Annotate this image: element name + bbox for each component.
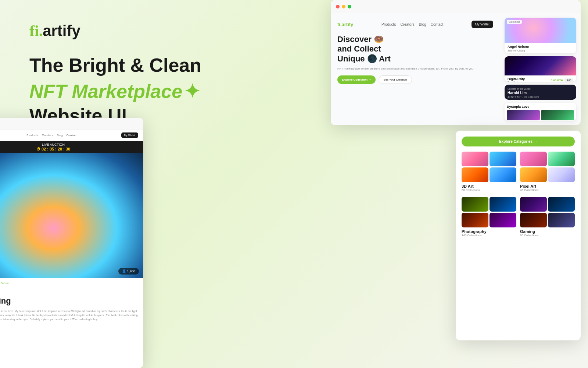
photography-img-4 xyxy=(490,213,516,227)
mockup-categories-page: Explore Categories → 3D Art 50 Collectio… xyxy=(456,131,581,340)
angel-reborn-card: Collection Angel Reborn Jennifer Chung 0… xyxy=(505,18,576,53)
category-row-2: Photography 140 Collections Gaming 90 Co… xyxy=(462,197,575,237)
3d-art-img-2 xyxy=(490,152,516,166)
mockup1-subtext: NFT marketplace where creators can showc… xyxy=(337,67,493,71)
logo-fi: fi. xyxy=(29,22,43,40)
headline-italic: NFT Marketplace xyxy=(29,81,182,102)
gaming-count: 90 Collections xyxy=(520,234,575,237)
3d-art-img-3 xyxy=(462,167,488,182)
pixel-art-img-2 xyxy=(548,152,575,166)
dystopia-img-1 xyxy=(507,110,540,120)
mockup1-content: fi.artify Products Creators Blog Contact… xyxy=(331,13,581,125)
digital-city-card: Digital City Rex Hartmann 0.60 ETH BID xyxy=(505,56,576,82)
digital-city-title: Digital City xyxy=(508,77,525,81)
angel-reborn-info: Angel Reborn Jennifer Chung 01 : 08 : 25… xyxy=(505,43,576,53)
photography-images xyxy=(462,197,516,227)
3d-art-images xyxy=(462,152,516,182)
category-gaming: Gaming 90 Collections xyxy=(520,197,575,237)
angel-reborn-timer: 01 : 08 : 25 : 12 xyxy=(508,53,573,53)
browser-bar-1 xyxy=(331,0,581,13)
gaming-img-1 xyxy=(520,197,547,212)
mockup1-wallet-button[interactable]: My Wallet xyxy=(472,21,493,28)
photography-img-3 xyxy=(462,213,488,227)
mockup1-nav-links: Products Creators Blog Contact xyxy=(381,22,443,26)
photography-label: Photography xyxy=(462,229,516,234)
artwork-description: We all have our own heroes in our lives.… xyxy=(0,309,138,322)
mockup-landing-page: fi.artify Products Creators Blog Contact… xyxy=(331,0,581,125)
sell-creation-button[interactable]: Sell Your Creation xyxy=(379,75,412,84)
auction-timer: ⏱ 02 : 05 : 20 : 30 xyxy=(0,147,141,151)
dot-green-1 xyxy=(348,5,351,8)
category-3d-art: 3D Art 50 Collections xyxy=(462,152,516,192)
mockup2-wallet-button[interactable]: My Wallet xyxy=(121,132,138,138)
mockup2-nav-links: Products Creators Blog Contact xyxy=(26,134,76,137)
dystopia-title: Dystopia Love xyxy=(507,105,574,109)
bid-button[interactable]: BID xyxy=(564,78,573,82)
photography-count: 140 Collections xyxy=(462,234,516,237)
digital-city-image xyxy=(505,56,576,75)
pixel-art-img-3 xyxy=(520,167,547,182)
photography-img-2 xyxy=(490,197,516,212)
gaming-images xyxy=(520,197,575,227)
artwork-title: HeroAwakening xyxy=(0,287,138,306)
category-pixel-art: Pixel Art 45 Collections xyxy=(520,152,575,192)
headline: The Bright & Clean NFT Marketplace ✦ Web… xyxy=(29,54,232,127)
3d-art-img-1 xyxy=(462,152,488,166)
3d-art-img-4 xyxy=(490,167,516,182)
3d-art-label: 3D Art xyxy=(462,184,516,188)
angel-reborn-creator: Jennifer Chung xyxy=(508,49,573,52)
dystopia-love-card: Dystopia Love xyxy=(505,103,576,121)
gaming-img-2 xyxy=(548,197,575,212)
logo: fi. artify xyxy=(29,22,232,40)
auction-label: LIVE AUCTION xyxy=(0,143,141,146)
explore-collection-button[interactable]: Explore Collection → xyxy=(337,75,376,84)
dystopia-images xyxy=(507,110,574,120)
category-photography: Photography 140 Collections xyxy=(462,197,516,237)
breadcrumb: Home › Collection › Colorful Dream xyxy=(0,282,138,284)
3d-art-count: 50 Collections xyxy=(462,188,516,192)
headline-plus: ✦ xyxy=(184,81,200,102)
mockup1-nav: fi.artify Products Creators Blog Contact… xyxy=(337,21,493,28)
mockup1-logo: fi.artify xyxy=(337,22,353,27)
gaming-img-4 xyxy=(548,213,575,227)
pixel-art-label: Pixel Art xyxy=(520,184,575,188)
dystopia-img-2 xyxy=(541,110,574,120)
angel-reborn-image: Collection xyxy=(505,18,576,43)
headline-line1: The Bright & Clean xyxy=(29,54,232,77)
dot-red-1 xyxy=(336,5,340,8)
digital-city-creator: Rex Hartmann xyxy=(508,81,525,82)
mockup1-hero-section: fi.artify Products Creators Blog Contact… xyxy=(331,13,500,125)
mockup1-cta-buttons: Explore Collection → Sell Your Creation xyxy=(337,75,493,84)
mockup1-headline: Discover 🍩and CollectUnique 🌑 Art xyxy=(337,35,493,64)
mockup1-right-panel: Collection Angel Reborn Jennifer Chung 0… xyxy=(500,13,581,125)
pixel-art-count: 45 Collections xyxy=(520,188,575,192)
logo-artify: artify xyxy=(43,22,80,40)
explore-categories-button[interactable]: Explore Categories → xyxy=(462,137,575,146)
category-row-1: 3D Art 50 Collections Pixel Art 45 Colle… xyxy=(462,152,575,192)
creator-of-week-card: Creator of the Week Harold Lim 49 NFT AR… xyxy=(505,85,576,100)
digital-city-price: 0.60 ETH xyxy=(551,79,563,82)
auction-bar: LIVE AUCTION ⏱ 02 : 05 : 20 : 30 xyxy=(0,141,143,153)
dot-yellow-1 xyxy=(342,5,345,8)
mockup2-nav: fi.artify Products Creators Blog Contact… xyxy=(0,130,143,141)
creator-week-name: Harold Lim xyxy=(508,91,573,95)
digital-city-info: Digital City Rex Hartmann 0.60 ETH BID xyxy=(505,75,576,82)
pixel-art-images xyxy=(520,152,575,182)
image-views: 👤 1,980 xyxy=(118,268,139,275)
collection-badge: Collection xyxy=(507,20,522,24)
pixel-art-img-4 xyxy=(548,167,575,182)
artwork-detail: Home › Collection › Colorful Dream HeroA… xyxy=(0,278,143,325)
angel-reborn-title: Angel Reborn xyxy=(508,45,573,49)
creator-week-stats: 49 NFT ART • 90 Collectors xyxy=(508,96,573,98)
photography-img-1 xyxy=(462,197,488,212)
browser-bar-2 xyxy=(0,118,143,130)
creator-week-label: Creator of the Week xyxy=(508,88,573,90)
pixel-art-img-1 xyxy=(520,152,547,166)
gaming-label: Gaming xyxy=(520,229,575,234)
mockup-auction-page: fi.artify Products Creators Blog Contact… xyxy=(0,118,143,368)
auction-main-image: ♡ 225 👤 1,980 xyxy=(0,153,143,278)
gaming-img-3 xyxy=(520,213,547,227)
